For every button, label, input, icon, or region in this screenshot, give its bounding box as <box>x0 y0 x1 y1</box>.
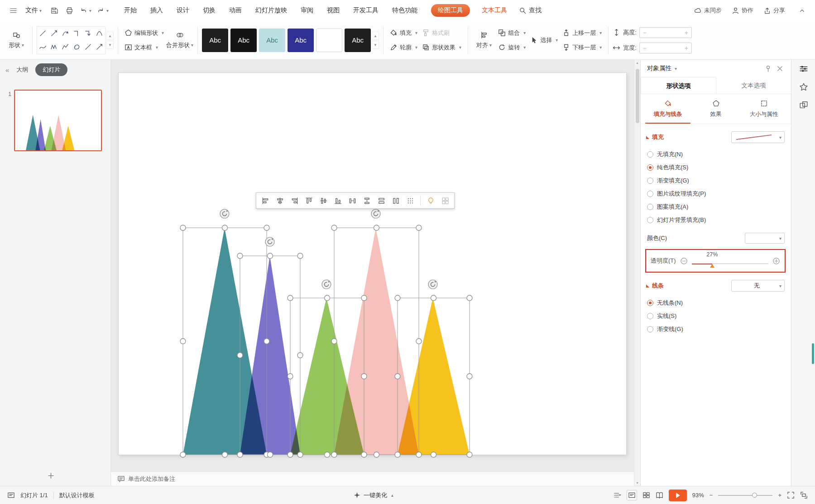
rotate-handle[interactable] <box>220 209 229 218</box>
selection-handle[interactable] <box>416 225 422 230</box>
reading-view-button[interactable] <box>656 491 663 499</box>
save-icon[interactable] <box>47 4 61 17</box>
pin-panel-icon[interactable] <box>763 65 773 72</box>
collapse-ribbon-icon[interactable] <box>795 4 809 17</box>
triangle-purple[interactable] <box>240 256 300 455</box>
shape-effects-button[interactable]: 形状效果▾ <box>420 41 464 54</box>
selection-handle[interactable] <box>374 452 379 457</box>
height-input[interactable]: −+ <box>639 27 692 38</box>
line-shape-5[interactable] <box>82 27 94 40</box>
selection-handle[interactable] <box>288 295 293 301</box>
collapse-panel-icon[interactable]: « <box>5 66 9 74</box>
style-preset-2[interactable]: Abc <box>230 29 257 52</box>
scroll-up-icon[interactable]: ▴ <box>636 61 638 65</box>
selection-handle[interactable] <box>268 452 273 457</box>
minus-icon[interactable]: − <box>643 29 647 36</box>
transparency-increase-button[interactable] <box>772 257 780 265</box>
line-shape-8[interactable] <box>48 40 60 54</box>
selection-handle[interactable] <box>416 452 422 457</box>
option-图片或纹理填充(P)[interactable]: 图片或纹理填充(P) <box>647 187 791 200</box>
rotate-handle[interactable] <box>322 280 331 289</box>
selection-handle[interactable] <box>431 295 436 301</box>
shape-button[interactable]: 形状▾ <box>5 24 28 56</box>
option-幻灯片背景填充(B)[interactable]: 幻灯片背景填充(B) <box>647 213 791 226</box>
align-left[interactable] <box>259 194 272 207</box>
normal-view-button[interactable] <box>627 490 637 500</box>
selection-handle[interactable] <box>180 339 186 344</box>
fit-slide-button[interactable] <box>787 491 795 499</box>
style-preset-6[interactable]: Abc <box>345 29 371 52</box>
menu-tab-开发工具[interactable]: 开发工具 <box>353 6 379 14</box>
status-menu-icon[interactable] <box>614 491 621 499</box>
triangle-yellow[interactable] <box>62 126 75 150</box>
style-preset-1[interactable]: Abc <box>202 29 228 52</box>
option-渐变填充(G)[interactable]: 渐变填充(G) <box>647 174 791 187</box>
option-无填充(N)[interactable]: 无填充(N) <box>647 148 791 161</box>
selection-handle[interactable] <box>467 295 472 301</box>
line-shape-7[interactable] <box>37 40 48 54</box>
tab-shape-options[interactable]: 形状选项 <box>641 77 716 94</box>
minus-icon[interactable]: − <box>643 44 647 52</box>
send-backward-button[interactable]: 下移一层▾ <box>560 41 604 54</box>
tab-outline[interactable]: 大纲 <box>16 66 28 74</box>
gallery-up-icon[interactable]: ▴ <box>106 32 114 40</box>
selection-handle[interactable] <box>395 452 400 457</box>
distribute-vertical[interactable] <box>360 194 374 207</box>
selection-handle[interactable] <box>180 225 186 230</box>
style-preset-5[interactable] <box>316 29 342 52</box>
vertical-scrollbar[interactable]: ▴ ▾ <box>634 60 640 486</box>
align-center[interactable] <box>273 194 287 207</box>
transparency-slider[interactable]: 27% <box>692 250 768 272</box>
align-top[interactable] <box>302 194 316 207</box>
selection-handle[interactable] <box>264 339 269 344</box>
resources-strip-icon[interactable] <box>791 78 815 96</box>
selection-handle[interactable] <box>297 353 303 358</box>
scroll-down-icon[interactable]: ▾ <box>636 481 638 485</box>
merge-shapes-button[interactable]: 合并形状▾ <box>166 24 193 56</box>
presets-down-icon[interactable]: ▾ <box>372 41 379 49</box>
layout-grid[interactable] <box>438 194 452 207</box>
plus-icon[interactable]: + <box>685 44 688 52</box>
section-collapse-icon[interactable] <box>646 136 649 139</box>
line-shape-3[interactable] <box>60 27 71 40</box>
zoom-slider[interactable] <box>718 492 772 499</box>
selection-handle[interactable] <box>361 295 367 301</box>
share-button[interactable]: 分享 <box>763 6 785 14</box>
panels-strip-icon[interactable] <box>791 96 815 114</box>
width-input[interactable]: −+ <box>639 43 692 53</box>
selection-handle[interactable] <box>222 225 228 230</box>
selection-handle[interactable] <box>180 452 186 457</box>
selection-handle[interactable] <box>325 295 330 301</box>
selection-handle[interactable] <box>288 374 293 379</box>
zoom-level[interactable]: 93% <box>692 492 704 499</box>
selection-handle[interactable] <box>467 374 472 379</box>
subtab-fill-and-line[interactable]: 填充与线条 <box>645 100 690 124</box>
style-preset-3[interactable]: Abc <box>259 29 285 52</box>
properties-strip-icon[interactable] <box>791 60 815 78</box>
selection-handle[interactable] <box>237 452 243 457</box>
tab-draw-tools[interactable]: 绘图工具 <box>431 4 470 17</box>
slide-sorter-view-button[interactable] <box>642 491 650 499</box>
edit-shape-button[interactable]: 编辑形状▾ <box>122 27 166 39</box>
play-slideshow-button[interactable] <box>669 490 687 501</box>
selection-handle[interactable] <box>416 339 422 344</box>
equal-width[interactable] <box>374 194 388 207</box>
slide-canvas[interactable] <box>119 73 626 455</box>
align-button[interactable]: 对齐▾ <box>472 24 496 56</box>
textbox-button[interactable]: 文本框▾ <box>122 41 166 54</box>
outline-button[interactable]: 轮廓▾ <box>388 41 420 54</box>
line-style-dropdown[interactable]: 无 ▾ <box>731 280 785 292</box>
line-shape-10[interactable] <box>71 40 82 54</box>
add-slide-button[interactable] <box>47 472 55 480</box>
line-shape-11[interactable] <box>82 40 94 54</box>
zoom-in-button[interactable]: + <box>778 492 781 499</box>
tab-text-options[interactable]: 文本选项 <box>716 77 791 94</box>
menu-tab-插入[interactable]: 插入 <box>150 6 163 14</box>
selection-handle[interactable] <box>237 353 243 358</box>
selection-handle[interactable] <box>331 225 337 230</box>
selection-handle[interactable] <box>264 225 269 230</box>
menu-tab-幻灯片放映[interactable]: 幻灯片放映 <box>255 6 287 14</box>
selection-handle[interactable] <box>331 339 337 344</box>
main-menu-icon[interactable] <box>6 4 20 17</box>
plus-icon[interactable]: + <box>685 29 688 36</box>
